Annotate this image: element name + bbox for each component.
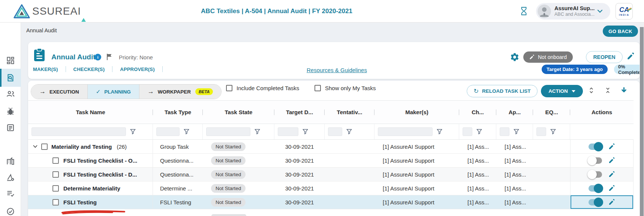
user-menu[interactable]: AssureAI Sup... ABC and Associa... xyxy=(536,3,610,20)
edit-audit-pencil-icon[interactable] xyxy=(627,52,635,60)
check-icon: ✓ xyxy=(96,88,101,95)
filter-funnel-icon[interactable] xyxy=(130,129,136,134)
user-org: ABC and Associa... xyxy=(554,12,595,17)
reload-task-list-button[interactable]: ↻ RELOAD TASK LIST xyxy=(467,85,538,97)
include-completed-checkbox[interactable] xyxy=(226,85,232,91)
tab-workpaper[interactable]: → WORKPAPER BETA xyxy=(139,85,221,99)
table-row[interactable]: FSLI Testing Checklist - D... Questionna… xyxy=(28,168,634,181)
info-icon[interactable]: i xyxy=(94,54,101,60)
col-task-type[interactable]: Task Type xyxy=(153,101,203,124)
approvals-icon[interactable] xyxy=(6,207,15,216)
edit-task-pencil-icon[interactable] xyxy=(608,143,615,150)
show-my-tasks-option: Show only My Tasks xyxy=(315,85,376,91)
scrollbar-track[interactable] xyxy=(640,23,644,216)
row-checkbox[interactable] xyxy=(52,185,59,192)
edit-task-pencil-icon[interactable] xyxy=(608,199,615,205)
checker-cell: [1] Ass... xyxy=(459,181,496,195)
filter-funnel-icon[interactable] xyxy=(476,129,482,134)
col-task-state[interactable]: Task State xyxy=(203,101,274,124)
tab-planning[interactable]: ✓ PLANNING xyxy=(88,85,139,99)
filter-funnel-icon[interactable] xyxy=(346,129,352,134)
filter-input-task-name[interactable] xyxy=(31,127,126,136)
row-checkbox[interactable] xyxy=(41,143,48,150)
edit-task-pencil-icon[interactable] xyxy=(608,171,615,178)
notes-icon[interactable] xyxy=(6,123,15,132)
status-badge: Not Started xyxy=(211,198,246,207)
task-name[interactable]: Materiality and Testing xyxy=(51,143,112,150)
table-row-selected[interactable]: FSLI Testing FSLI Testing Not Started 30… xyxy=(28,195,634,209)
col-makers[interactable]: Maker(s) xyxy=(374,101,459,124)
reopen-button[interactable]: REOPEN xyxy=(586,51,623,63)
divider xyxy=(162,66,163,72)
task-name[interactable]: FSLI Testing xyxy=(63,199,97,205)
enable-toggle[interactable] xyxy=(589,171,602,178)
enable-toggle[interactable] xyxy=(589,143,602,150)
resources-guidelines-link[interactable]: Resources & Guidelines xyxy=(307,67,367,73)
bug-icon[interactable] xyxy=(6,107,15,116)
enable-toggle[interactable] xyxy=(589,199,602,205)
edit-task-pencil-icon[interactable] xyxy=(608,185,615,192)
filter-funnel-icon[interactable] xyxy=(184,129,189,134)
tab-approvers[interactable]: APPROVER(S) xyxy=(112,66,162,72)
target-date: 30-09-2021 xyxy=(274,154,325,167)
filter-funnel-icon[interactable] xyxy=(255,129,260,134)
expand-all-icon[interactable] xyxy=(588,87,595,94)
table-row[interactable]: Determine Materiality Determine ... Not … xyxy=(28,181,634,195)
filter-input-checkers[interactable] xyxy=(463,127,472,136)
collapse-all-icon[interactable] xyxy=(605,87,611,94)
hourglass-icon[interactable] xyxy=(520,7,527,15)
enable-toggle[interactable] xyxy=(589,157,602,164)
filter-input-eq[interactable] xyxy=(536,127,546,136)
row-checkbox[interactable] xyxy=(52,157,59,164)
tentative-date xyxy=(325,181,374,195)
show-my-tasks-checkbox[interactable] xyxy=(315,85,321,91)
brand-accent-triangle xyxy=(81,18,86,22)
col-approvers[interactable]: Ap... xyxy=(496,101,533,124)
filter-funnel-icon[interactable] xyxy=(550,129,556,134)
task-name[interactable]: FSLI Testing Checklist - O... xyxy=(63,157,137,164)
filter-input-approvers[interactable] xyxy=(500,127,509,136)
filter-input-tentative[interactable] xyxy=(328,127,342,136)
filter-input-target-date[interactable] xyxy=(278,127,298,136)
brand-logo[interactable]: SSUREAI xyxy=(13,4,81,18)
settings-gear-icon[interactable] xyxy=(510,52,520,62)
audit-document-icon[interactable] xyxy=(6,73,15,82)
filter-input-task-state[interactable] xyxy=(206,127,250,136)
pencil-icon xyxy=(529,54,535,60)
tab-execution[interactable]: → EXECUTION xyxy=(31,85,88,99)
table-row[interactable]: FSLI Testing Checklist - O... Questionna… xyxy=(28,154,634,168)
onboard-status-button[interactable]: Not onboard xyxy=(523,51,573,63)
filter-funnel-icon[interactable] xyxy=(514,129,519,134)
col-tentative[interactable]: Tentativ... xyxy=(325,101,374,124)
task-name[interactable]: FSLI Testing Checklist - D... xyxy=(63,171,137,178)
task-list-card: → EXECUTION ✓ PLANNING → WORKPAPER BETA … xyxy=(28,81,640,216)
row-checkbox[interactable] xyxy=(52,171,59,178)
organization-icon[interactable] xyxy=(6,157,15,166)
approver-cell: [1] Ass... xyxy=(496,195,533,209)
task-type: Group Task xyxy=(153,140,203,153)
dashboard-icon[interactable] xyxy=(6,56,15,65)
action-menu-button[interactable]: ACTION xyxy=(541,85,583,97)
row-expander-chevron-icon[interactable] xyxy=(33,145,37,148)
col-checkers[interactable]: Ch... xyxy=(459,101,496,124)
enable-toggle[interactable] xyxy=(589,185,602,192)
measure-settings-icon[interactable] xyxy=(6,173,15,182)
edit-task-pencil-icon[interactable] xyxy=(608,157,615,164)
row-checkbox[interactable] xyxy=(52,199,59,205)
col-task-name[interactable]: Task Name xyxy=(28,101,153,124)
col-target-date[interactable]: Target D... xyxy=(274,101,325,124)
go-back-button[interactable]: GO BACK xyxy=(603,26,638,37)
filter-input-task-type[interactable] xyxy=(156,127,180,136)
filter-funnel-icon[interactable] xyxy=(437,129,442,134)
scrollbar-thumb[interactable] xyxy=(640,27,644,216)
table-row-group[interactable]: Materiality and Testing (26) Group Task … xyxy=(28,140,634,154)
task-name[interactable]: Determine Materiality xyxy=(63,185,120,192)
col-eq[interactable]: EQ... xyxy=(533,101,570,124)
download-icon[interactable] xyxy=(620,87,628,94)
users-icon[interactable] xyxy=(6,89,15,98)
filter-input-makers[interactable] xyxy=(378,127,433,136)
tab-makers[interactable]: MAKER(S) xyxy=(33,66,66,72)
checklist-icon[interactable] xyxy=(6,189,15,198)
filter-funnel-icon[interactable] xyxy=(303,129,308,134)
tab-checkers[interactable]: CHECKER(S) xyxy=(66,66,112,72)
